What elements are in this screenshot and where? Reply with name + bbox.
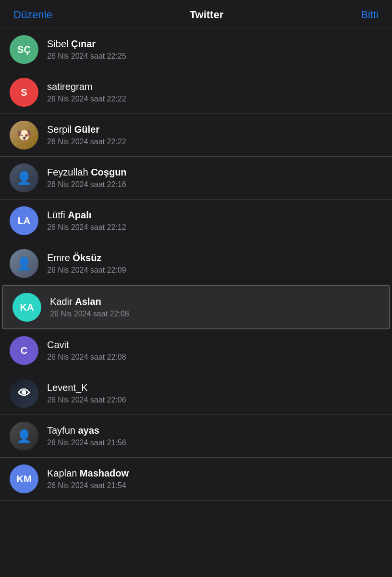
avatar: LA — [10, 206, 38, 235]
item-name: Tayfun ayas — [47, 425, 126, 436]
item-time: 26 Nis 2024 saat 21:54 — [47, 481, 129, 490]
list-item[interactable]: 👤Emre Öksüz26 Nis 2024 saat 22:09 — [0, 242, 392, 285]
item-time: 26 Nis 2024 saat 22:12 — [47, 223, 126, 232]
avatar: S — [10, 78, 38, 107]
list-container: SÇSibel Çınar26 Nis 2024 saat 22:25Ssati… — [0, 28, 392, 501]
avatar: SÇ — [10, 35, 38, 64]
list-item[interactable]: 👤Feyzullah Coşgun26 Nis 2024 saat 22:16 — [0, 157, 392, 200]
item-name: Serpil Güler — [47, 124, 126, 135]
list-item[interactable]: SÇSibel Çınar26 Nis 2024 saat 22:25 — [0, 28, 392, 71]
avatar: 👤 — [10, 249, 38, 278]
list-item[interactable]: KMKaplan Mashadow26 Nis 2024 saat 21:54 — [0, 458, 392, 501]
avatar: 👤 — [10, 163, 38, 192]
nav-title: Twitter — [190, 9, 223, 21]
list-item[interactable]: LALütfi Apalı26 Nis 2024 saat 22:12 — [0, 200, 392, 242]
item-time: 26 Nis 2024 saat 22:25 — [47, 52, 126, 61]
avatar: 👤 — [10, 422, 38, 451]
nav-bar: Düzenle Twitter Bitti — [0, 0, 392, 28]
avatar: KA — [12, 293, 41, 322]
avatar: 🐶 — [10, 121, 38, 150]
list-item[interactable]: Ssatiregram26 Nis 2024 saat 22:22 — [0, 71, 392, 114]
item-time: 26 Nis 2024 saat 22:16 — [47, 180, 127, 189]
item-time: 26 Nis 2024 saat 21:56 — [47, 439, 126, 447]
item-name: Kadir Aslan — [50, 296, 129, 307]
avatar: C — [10, 336, 38, 365]
list-item[interactable]: KAKadir Aslan26 Nis 2024 saat 22:08 — [2, 285, 390, 329]
list-item[interactable]: 👤Tayfun ayas26 Nis 2024 saat 21:56 — [0, 415, 392, 458]
item-name: Emre Öksüz — [47, 252, 126, 263]
item-time: 26 Nis 2024 saat 22:09 — [47, 266, 126, 275]
item-time: 26 Nis 2024 saat 22:08 — [50, 310, 129, 318]
edit-button[interactable]: Düzenle — [13, 9, 52, 21]
item-name: Sibel Çınar — [47, 38, 126, 50]
item-name: Kaplan Mashadow — [47, 468, 129, 479]
item-time: 26 Nis 2024 saat 22:08 — [47, 353, 126, 362]
item-time: 26 Nis 2024 saat 22:22 — [47, 95, 126, 103]
item-name: satiregram — [47, 81, 126, 92]
list-item[interactable]: 🐶Serpil Güler26 Nis 2024 saat 22:22 — [0, 114, 392, 157]
item-time: 26 Nis 2024 saat 22:06 — [47, 396, 126, 404]
list-item[interactable]: CCavit26 Nis 2024 saat 22:08 — [0, 329, 392, 372]
item-name: Lütfi Apalı — [47, 210, 126, 221]
avatar: KM — [10, 464, 38, 493]
item-name: Levent_K — [47, 382, 126, 393]
list-item[interactable]: 👁Levent_K26 Nis 2024 saat 22:06 — [0, 372, 392, 415]
item-name: Feyzullah Coşgun — [47, 167, 127, 178]
done-button[interactable]: Bitti — [361, 9, 379, 21]
avatar: 👁 — [10, 379, 38, 408]
item-time: 26 Nis 2024 saat 22:22 — [47, 138, 126, 146]
item-name: Cavit — [47, 339, 126, 351]
